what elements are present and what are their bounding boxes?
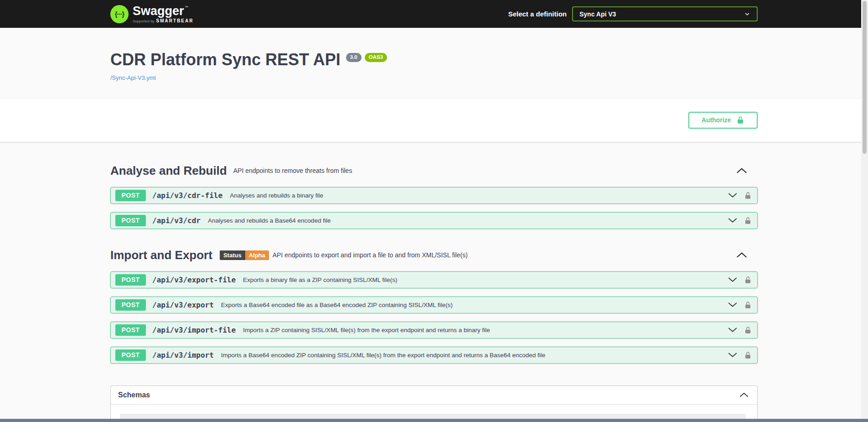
status-badge-label: Status xyxy=(220,250,245,260)
operation-summary: Exports a Base64 encoded file as a Base6… xyxy=(221,302,453,308)
operation-path: /api/v3/cdr-file xyxy=(152,191,222,200)
operation-auth-button[interactable] xyxy=(744,326,752,334)
unlocked-padlock-icon xyxy=(736,116,744,124)
swagger-logo-text: Swagger xyxy=(133,5,184,17)
unlocked-padlock-icon xyxy=(744,276,752,284)
chevron-down-icon xyxy=(728,276,738,283)
operation-row-import[interactable]: POST /api/v3/import Imports a Base64 enc… xyxy=(110,347,758,364)
operation-row-export[interactable]: POST /api/v3/export Exports a Base64 enc… xyxy=(110,297,758,313)
operation-auth-button[interactable] xyxy=(744,276,752,284)
post-method-badge: POST xyxy=(115,349,146,361)
unlocked-padlock-icon xyxy=(744,326,752,334)
collapse-section-button[interactable] xyxy=(736,167,748,174)
window-bottom-edge xyxy=(0,419,868,422)
operation-summary: Analyses and rebuilds a Base64 encoded f… xyxy=(208,217,331,224)
operation-row-cdr[interactable]: POST /api/v3/cdr Analyses and rebuilds a… xyxy=(110,212,758,229)
authorize-button-label: Authorize xyxy=(702,116,731,124)
operation-auth-button[interactable] xyxy=(744,301,752,309)
chevron-up-icon xyxy=(736,167,748,174)
section-header-import-and-export[interactable]: Import and Export Status Alpha API endpo… xyxy=(110,245,758,265)
chevron-down-icon xyxy=(728,192,738,198)
expand-operation-button[interactable] xyxy=(728,302,738,308)
select-definition-label: Select a definition xyxy=(508,10,567,18)
operation-row-cdr-file[interactable]: POST /api/v3/cdr-file Analyses and rebui… xyxy=(110,187,758,204)
operation-path: /api/v3/import xyxy=(152,351,214,359)
chevron-down-icon xyxy=(728,302,738,308)
info-section: CDR Platform Sync REST API 3.0 OAS3 /Syn… xyxy=(0,28,868,99)
operation-path: /api/v3/export xyxy=(152,301,214,309)
operation-path: /api/v3/cdr xyxy=(152,216,201,225)
page-title: CDR Platform Sync REST API xyxy=(110,51,341,69)
supported-by-text: Supported by xyxy=(133,19,155,23)
operations-area: Analyse and Rebuild API endpoints to rem… xyxy=(0,142,868,422)
scheme-container: Authorize xyxy=(0,99,868,142)
expand-operation-button[interactable] xyxy=(728,276,738,283)
operation-path: /api/v3/export-file xyxy=(152,276,236,284)
swagger-braces-glyph: {···} xyxy=(115,10,124,18)
section-title: Import and Export xyxy=(110,248,212,262)
definition-select[interactable]: Sync Api V3 xyxy=(572,6,758,21)
operation-summary: Exports a binary file as a ZIP containin… xyxy=(243,276,397,283)
chevron-down-icon xyxy=(728,352,738,358)
post-method-badge: POST xyxy=(115,215,146,226)
operation-auth-button[interactable] xyxy=(744,217,752,224)
unlocked-padlock-icon xyxy=(744,301,752,309)
operation-path: /api/v3/import-file xyxy=(152,326,236,334)
section-description: API endpoints to remove threats from fil… xyxy=(233,167,352,174)
swagger-logo-icon: {···} xyxy=(110,5,129,23)
chevron-down-icon xyxy=(728,217,738,224)
unlocked-padlock-icon xyxy=(744,351,752,359)
schemas-section: Schemas xyxy=(110,386,758,422)
schemas-header[interactable]: Schemas xyxy=(111,386,757,405)
operation-summary: Imports a ZIP containing SISL/XML file(s… xyxy=(243,327,490,333)
oas3-badge: OAS3 xyxy=(365,53,387,62)
chevron-down-icon xyxy=(728,327,738,333)
version-badge: 3.0 xyxy=(346,53,362,62)
collapse-schemas-button[interactable] xyxy=(739,392,749,398)
section-analyse-and-rebuild: Analyse and Rebuild API endpoints to rem… xyxy=(110,161,758,229)
operation-row-export-file[interactable]: POST /api/v3/export-file Exports a binar… xyxy=(110,271,758,288)
section-title: Analyse and Rebuild xyxy=(110,164,227,178)
chevron-up-icon xyxy=(736,252,748,258)
expand-operation-button[interactable] xyxy=(728,217,738,224)
schemas-title: Schemas xyxy=(118,391,150,399)
swagger-logo[interactable]: {···} Swagger ™ Supported by SMARTBEAR xyxy=(110,5,193,23)
section-header-analyse-and-rebuild[interactable]: Analyse and Rebuild API endpoints to rem… xyxy=(110,161,758,181)
trademark-symbol: ™ xyxy=(185,6,189,17)
expand-operation-button[interactable] xyxy=(728,327,738,333)
operation-row-import-file[interactable]: POST /api/v3/import-file Imports a ZIP c… xyxy=(110,322,758,339)
post-method-badge: POST xyxy=(115,324,146,336)
spec-file-link[interactable]: /Sync-Api-V3.yml xyxy=(110,74,156,81)
select-chevron-down-icon xyxy=(744,11,750,17)
section-import-and-export: Import and Export Status Alpha API endpo… xyxy=(110,245,758,364)
vertical-scrollbar[interactable] xyxy=(861,0,868,422)
operation-summary: Analyses and rebuilds a binary file xyxy=(230,192,323,199)
post-method-badge: POST xyxy=(115,299,146,311)
chevron-up-icon xyxy=(739,392,749,398)
operation-auth-button[interactable] xyxy=(744,192,752,199)
operation-summary: Imports a Base64 encoded ZIP containing … xyxy=(221,352,545,359)
scrollbar-thumb[interactable] xyxy=(863,1,867,154)
topbar: {···} Swagger ™ Supported by SMARTBEAR S… xyxy=(0,0,868,28)
status-badge: Status Alpha xyxy=(220,250,269,260)
post-method-badge: POST xyxy=(115,274,146,286)
collapse-section-button[interactable] xyxy=(736,252,748,258)
smartbear-text: SMARTBEAR xyxy=(156,18,194,23)
expand-operation-button[interactable] xyxy=(728,352,738,358)
unlocked-padlock-icon xyxy=(744,217,752,224)
status-badge-value: Alpha xyxy=(245,250,269,260)
expand-operation-button[interactable] xyxy=(728,192,738,198)
authorize-button[interactable]: Authorize xyxy=(688,112,758,129)
selected-definition-value: Sync Api V3 xyxy=(579,10,616,18)
section-description: API endpoints to export and import a fil… xyxy=(273,251,468,259)
operation-auth-button[interactable] xyxy=(744,351,752,359)
post-method-badge: POST xyxy=(115,190,146,201)
unlocked-padlock-icon xyxy=(744,192,752,199)
